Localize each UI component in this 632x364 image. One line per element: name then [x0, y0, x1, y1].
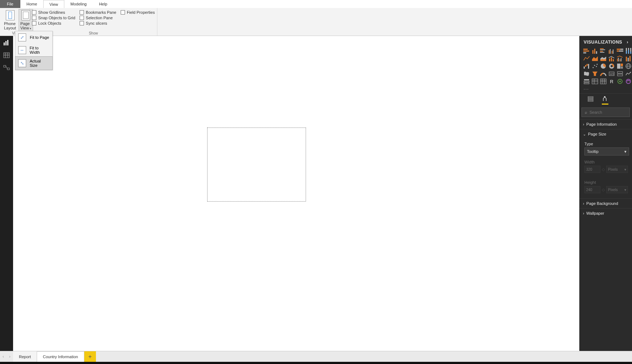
svg-rect-20	[600, 52, 604, 53]
funnel-icon[interactable]	[591, 70, 599, 77]
sheet-nav-next[interactable]: ›	[7, 351, 13, 362]
treemap-icon[interactable]	[616, 63, 624, 69]
svg-text:R: R	[610, 79, 613, 84]
checkbox-icon	[80, 21, 84, 25]
svg-rect-89	[588, 100, 593, 101]
hundred-stacked-bar-icon[interactable]	[616, 48, 624, 54]
svg-rect-39	[611, 57, 612, 61]
kpi-icon[interactable]	[625, 70, 632, 77]
snap-objects-checkbox[interactable]: Snap Objects to Grid	[32, 16, 75, 20]
menu-modeling[interactable]: Modeling	[64, 0, 93, 8]
menu-file[interactable]: File	[0, 0, 20, 8]
line-column-icon[interactable]	[608, 55, 615, 62]
scatter-icon[interactable]	[591, 63, 599, 69]
collapse-panel-icon[interactable]: ›	[627, 40, 629, 45]
arcgis-icon[interactable]	[616, 78, 624, 85]
sync-slicers-checkbox[interactable]: Sync slicers	[80, 21, 116, 25]
visualization-gallery: 123 R	[579, 48, 632, 86]
wallpaper-section[interactable]: ›Wallpaper	[579, 208, 632, 218]
height-row: 240◇ Pixels▾	[584, 186, 629, 193]
svg-marker-35	[592, 56, 598, 61]
bookmarks-pane-checkbox[interactable]: Bookmarks Pane	[80, 10, 116, 15]
svg-rect-15	[594, 49, 595, 54]
svg-rect-30	[626, 51, 627, 54]
page-size-section[interactable]: ⌄Page Size	[579, 129, 632, 139]
page-information-section[interactable]: ›Page Information	[579, 119, 632, 129]
selection-pane-checkbox[interactable]: Selection Pane	[80, 16, 116, 20]
page-artboard[interactable]	[207, 128, 306, 202]
sheet-tab-report[interactable]: Report	[13, 351, 37, 362]
report-view-icon[interactable]	[3, 40, 10, 46]
page-view-dropdown: ⤢ Fit to Page ↔ Fit to Width ⤡ Actual Si…	[15, 31, 53, 70]
map-icon[interactable]	[625, 63, 632, 69]
actual-size-option[interactable]: ⤡ Actual Size	[15, 56, 53, 70]
checkbox-icon	[80, 10, 84, 15]
pie-icon[interactable]	[600, 63, 607, 69]
custom-visual-icon[interactable]	[625, 78, 632, 85]
stacked-bar-icon[interactable]	[583, 48, 590, 54]
stacked-area-icon[interactable]	[600, 55, 607, 62]
svg-rect-60	[621, 64, 623, 66]
format-tab-icon[interactable]	[602, 96, 608, 105]
phone-layout-button[interactable]: PhoneLayout	[2, 9, 18, 31]
svg-rect-9	[7, 68, 9, 70]
donut-icon[interactable]	[608, 63, 615, 69]
svg-rect-16	[596, 51, 597, 54]
svg-rect-1	[5, 41, 7, 45]
svg-point-55	[597, 64, 598, 65]
fit-to-page-option[interactable]: ⤢ Fit to Page	[15, 31, 52, 44]
svg-rect-88	[588, 98, 593, 100]
menu-help[interactable]: Help	[93, 0, 113, 8]
area-chart-icon[interactable]	[591, 55, 599, 62]
svg-rect-40	[613, 59, 614, 61]
svg-rect-34	[630, 52, 631, 54]
stacked-column-icon[interactable]	[591, 48, 599, 54]
waterfall-icon[interactable]	[583, 63, 590, 69]
table-icon[interactable]	[591, 78, 599, 85]
svg-marker-65	[592, 72, 597, 76]
svg-rect-41	[617, 58, 618, 61]
add-sheet-button[interactable]: +	[84, 351, 96, 362]
multi-row-card-icon[interactable]	[616, 70, 624, 77]
clustered-column-icon[interactable]	[608, 48, 615, 54]
page-background-section[interactable]: ›Page Background	[579, 198, 632, 208]
svg-rect-43	[620, 59, 620, 61]
menu-view[interactable]: View	[43, 0, 64, 8]
filled-map-icon[interactable]	[583, 70, 590, 77]
page-type-select[interactable]: Tooltip▾	[584, 147, 629, 155]
sheet-nav-prev[interactable]: ‹	[0, 351, 7, 362]
svg-rect-0	[4, 43, 5, 45]
menu-home[interactable]: Home	[20, 0, 43, 8]
search-input[interactable]	[589, 110, 622, 114]
checkbox-icon	[121, 10, 125, 15]
fields-tab-icon[interactable]	[587, 96, 594, 105]
height-label: Height	[584, 180, 632, 185]
svg-rect-3	[4, 53, 9, 58]
line-clustered-column-icon[interactable]	[616, 55, 624, 62]
format-search[interactable]: ⌕	[581, 108, 630, 117]
matrix-icon[interactable]	[600, 78, 607, 85]
lock-objects-checkbox[interactable]: Lock Objects	[32, 21, 75, 25]
svg-line-10	[6, 66, 7, 69]
svg-rect-19	[600, 51, 603, 52]
report-canvas[interactable]	[13, 36, 579, 351]
ribbon-chart-icon[interactable]	[625, 55, 632, 62]
line-chart-icon[interactable]	[583, 55, 590, 62]
more-visuals-button[interactable]: ···	[579, 86, 632, 93]
svg-point-85	[619, 81, 621, 82]
model-view-icon[interactable]	[3, 64, 10, 71]
gauge-icon[interactable]	[600, 70, 607, 77]
slicer-icon[interactable]	[583, 78, 590, 85]
visualizations-header: VISUALIZATIONS ›	[579, 36, 632, 48]
r-visual-icon[interactable]: R	[608, 78, 615, 85]
show-gridlines-checkbox[interactable]: Show Gridlines	[32, 10, 75, 15]
hundred-stacked-column-icon[interactable]	[625, 48, 632, 54]
data-view-icon[interactable]	[3, 52, 10, 58]
field-properties-checkbox[interactable]: Field Properties	[121, 10, 155, 15]
fit-to-width-option[interactable]: ↔ Fit to Width	[15, 44, 52, 57]
sheet-tab-country-information[interactable]: Country Information	[37, 351, 84, 362]
clustered-bar-icon[interactable]	[600, 48, 607, 54]
width-input: 320	[584, 166, 600, 173]
search-icon: ⌕	[585, 110, 587, 114]
card-icon[interactable]: 123	[608, 70, 615, 77]
